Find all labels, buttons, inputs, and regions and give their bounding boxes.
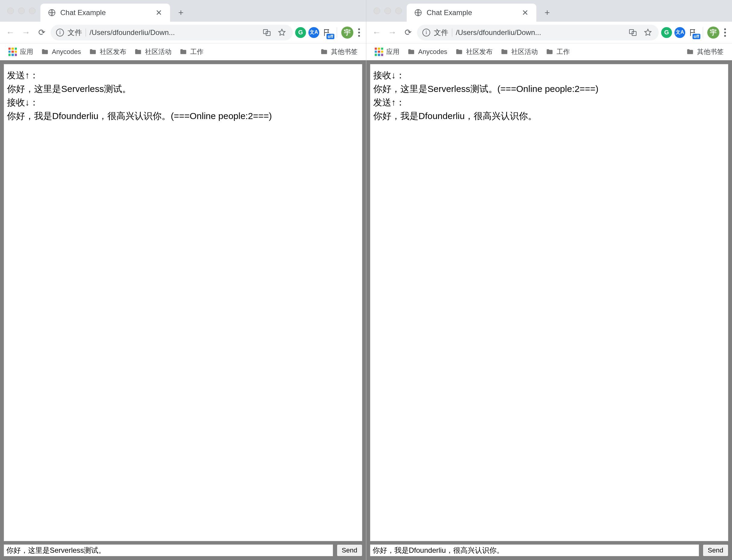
bookmarks-bar: 应用 Anycodes 社区发布 社区活动 工作 其他书签 xyxy=(0,43,366,60)
window-controls xyxy=(370,8,407,14)
apps-grid-icon xyxy=(8,48,17,56)
folder-icon xyxy=(407,48,415,56)
tab-strip: Chat Example ✕ + xyxy=(366,0,732,22)
apps-shortcut[interactable]: 应用 xyxy=(372,46,402,58)
extension-badge: off xyxy=(693,34,700,39)
bookmark-star-icon[interactable] xyxy=(642,27,653,38)
address-bar[interactable]: i 文件 /Users/dfounderliu/Down... xyxy=(417,25,659,40)
bookmark-folder-anycodes[interactable]: Anycodes xyxy=(38,47,84,57)
chat-display: 接收↓： 你好，这里是Serverless测试。(===Online peopl… xyxy=(370,64,728,541)
nav-forward-button[interactable]: → xyxy=(19,26,33,39)
nav-back-button[interactable]: ← xyxy=(4,26,17,39)
message-input[interactable] xyxy=(4,544,333,556)
folder-icon xyxy=(179,48,187,56)
window-minimize-button[interactable] xyxy=(18,8,25,14)
omnibox-filetag: 文件 xyxy=(434,28,448,37)
nav-forward-button[interactable]: → xyxy=(386,26,399,39)
message-input[interactable] xyxy=(370,544,699,556)
address-bar[interactable]: i 文件 /Users/dfounderliu/Down... xyxy=(51,25,293,40)
bookmark-folder-community-publish[interactable]: 社区发布 xyxy=(452,46,496,58)
window-minimize-button[interactable] xyxy=(384,8,391,14)
bookmark-label: Anycodes xyxy=(52,48,81,56)
chat-display: 发送↑： 你好，这里是Serverless测试。 接收↓： 你好，我是Dfoun… xyxy=(4,64,362,541)
chat-line: 发送↑： xyxy=(7,68,358,82)
apps-label: 应用 xyxy=(20,47,33,56)
chat-line: 接收↓： xyxy=(7,96,358,109)
folder-icon xyxy=(320,48,328,56)
folder-icon xyxy=(134,48,142,56)
window-close-button[interactable] xyxy=(7,8,14,14)
chat-line: 你好，这里是Serverless测试。 xyxy=(7,82,358,96)
bookmark-label: 社区发布 xyxy=(466,47,493,56)
bookmark-folder-work[interactable]: 工作 xyxy=(543,46,573,58)
folder-icon xyxy=(455,48,463,56)
globe-icon xyxy=(48,8,56,17)
tab-close-button[interactable]: ✕ xyxy=(520,8,530,17)
extension-flag-icon[interactable]: off xyxy=(322,27,333,38)
nav-reload-button[interactable]: ⟳ xyxy=(401,26,415,39)
input-row: Send xyxy=(370,544,728,556)
bookmarks-bar: 应用 Anycodes 社区发布 社区活动 工作 其他书签 xyxy=(366,43,732,60)
browser-tab[interactable]: Chat Example ✕ xyxy=(407,4,536,22)
bookmark-folder-community-activity[interactable]: 社区活动 xyxy=(131,46,175,58)
nav-back-button[interactable]: ← xyxy=(370,26,383,39)
browser-menu-button[interactable] xyxy=(722,26,728,39)
tab-title: Chat Example xyxy=(60,8,150,17)
apps-shortcut[interactable]: 应用 xyxy=(5,46,36,58)
extension-gtranslate-icon[interactable]: 文A xyxy=(308,27,319,38)
page-content: 发送↑： 你好，这里是Serverless测试。 接收↓： 你好，我是Dfoun… xyxy=(0,60,366,560)
profile-avatar[interactable]: 宇 xyxy=(707,27,719,39)
chat-line: 你好，我是Dfounderliu，很高兴认识你。 xyxy=(373,109,724,123)
translate-icon[interactable] xyxy=(261,27,272,38)
other-bookmarks-label: 其他书签 xyxy=(331,47,358,56)
site-info-icon[interactable]: i xyxy=(56,29,64,36)
bookmark-label: 工作 xyxy=(190,47,204,56)
browser-tab[interactable]: Chat Example ✕ xyxy=(40,4,170,22)
extension-grammarly-icon[interactable]: G xyxy=(295,27,306,38)
chat-line: 你好，我是Dfounderliu，很高兴认识你。(===Online peopl… xyxy=(7,109,358,123)
browser-toolbar: ← → ⟳ i 文件 /Users/dfounderliu/Down... G … xyxy=(0,22,366,43)
send-button[interactable]: Send xyxy=(703,544,728,556)
input-row: Send xyxy=(4,544,362,556)
window-maximize-button[interactable] xyxy=(395,8,402,14)
nav-reload-button[interactable]: ⟳ xyxy=(35,26,48,39)
folder-icon xyxy=(500,48,508,56)
avatar-letter: 宇 xyxy=(344,28,351,37)
window-close-button[interactable] xyxy=(374,8,380,14)
bookmark-label: 社区发布 xyxy=(100,47,126,56)
window-maximize-button[interactable] xyxy=(29,8,36,14)
extension-badge: off xyxy=(327,34,334,39)
extension-grammarly-icon[interactable]: G xyxy=(661,27,672,38)
browser-window-left: Chat Example ✕ + ← → ⟳ i 文件 /Users/dfoun… xyxy=(0,0,366,560)
tab-close-button[interactable]: ✕ xyxy=(154,8,164,17)
other-bookmarks-folder[interactable]: 其他书签 xyxy=(317,46,361,58)
browser-window-right: Chat Example ✕ + ← → ⟳ i 文件 /Users/dfoun… xyxy=(366,0,732,560)
new-tab-button[interactable]: + xyxy=(174,6,188,19)
omnibox-divider xyxy=(452,29,452,36)
avatar-letter: 宇 xyxy=(710,28,717,37)
bookmark-folder-community-activity[interactable]: 社区活动 xyxy=(497,46,541,58)
extension-gtranslate-icon[interactable]: 文A xyxy=(674,27,685,38)
omnibox-path: /Users/dfounderliu/Down... xyxy=(456,28,624,37)
other-bookmarks-label: 其他书签 xyxy=(697,47,724,56)
new-tab-button[interactable]: + xyxy=(541,6,554,19)
bookmark-folder-anycodes[interactable]: Anycodes xyxy=(404,47,450,57)
chat-line: 发送↑： xyxy=(373,96,724,109)
omnibox-path: /Users/dfounderliu/Down... xyxy=(90,28,258,37)
folder-icon xyxy=(41,48,49,56)
browser-menu-button[interactable] xyxy=(356,26,362,39)
bookmark-label: 工作 xyxy=(557,47,570,56)
site-info-icon[interactable]: i xyxy=(422,29,430,36)
globe-icon xyxy=(414,8,422,17)
send-button[interactable]: Send xyxy=(337,544,362,556)
chat-line: 接收↓： xyxy=(373,68,724,82)
other-bookmarks-folder[interactable]: 其他书签 xyxy=(683,46,727,58)
bookmark-folder-community-publish[interactable]: 社区发布 xyxy=(86,46,129,58)
extension-flag-icon[interactable]: off xyxy=(688,27,699,38)
bookmark-folder-work[interactable]: 工作 xyxy=(176,46,207,58)
apps-label: 应用 xyxy=(386,47,399,56)
translate-icon[interactable] xyxy=(627,27,638,38)
bookmark-label: 社区活动 xyxy=(511,47,538,56)
profile-avatar[interactable]: 宇 xyxy=(341,27,353,39)
bookmark-star-icon[interactable] xyxy=(276,27,287,38)
